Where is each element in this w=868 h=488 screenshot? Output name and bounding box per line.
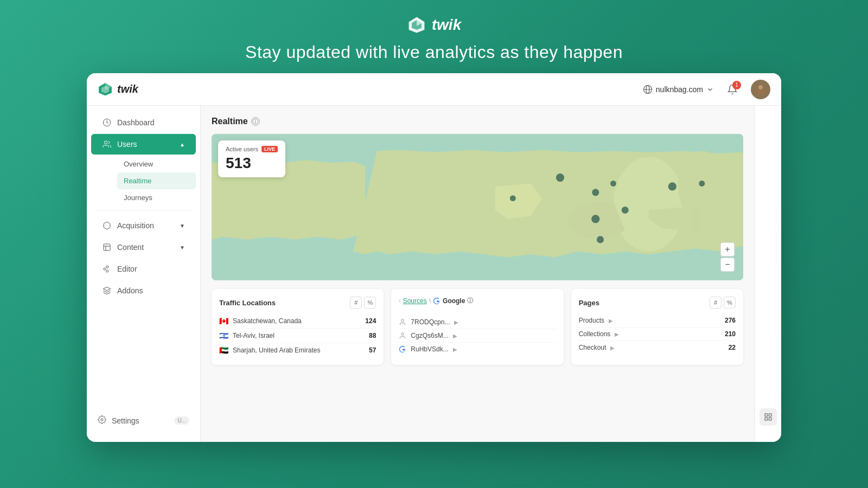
sidebar-item-dashboard[interactable]: Dashboard: [91, 112, 196, 133]
user-avatar-icon: [754, 83, 767, 96]
top-logo-icon: [407, 15, 426, 35]
traffic-locations-controls: # %: [350, 297, 376, 309]
settings-badge: U...: [174, 416, 189, 425]
source-arrow-3: ▶: [453, 346, 457, 352]
domain-selector[interactable]: nulknbag.com: [643, 85, 714, 94]
traffic-location-1: Saskatchewan, Canada: [233, 317, 302, 325]
source-separator: \: [429, 297, 431, 305]
globe-icon: [643, 85, 653, 94]
pages-percent-button[interactable]: %: [724, 297, 736, 309]
zoom-in-button[interactable]: +: [720, 242, 735, 256]
chevron-down-icon: [706, 86, 714, 93]
pages-controls: # %: [710, 297, 736, 309]
acquisition-label: Acquisition: [117, 221, 154, 230]
journeys-label: Journeys: [124, 194, 152, 202]
israel-flag: 🇮🇱: [219, 331, 228, 340]
sidebar-subitem-overview[interactable]: Overview: [117, 156, 196, 172]
sidebar-item-content[interactable]: Content ▼: [91, 237, 196, 258]
svg-point-35: [401, 319, 404, 322]
active-users-box: Active users LIVE 513: [218, 140, 285, 177]
section-title: Realtime ⓘ: [212, 117, 743, 126]
page-row-2-left: Collections ▶: [579, 330, 620, 338]
svg-point-33: [597, 236, 604, 243]
page-label-2: Collections: [579, 330, 611, 338]
source-row-3: RuHbVSdk... ▶: [399, 343, 556, 356]
active-users-text: Active users: [226, 146, 258, 152]
page-row-1: Products ▶ 276: [579, 314, 736, 328]
sidebar-item-settings[interactable]: Settings U...: [91, 410, 196, 431]
header-logo-icon: [98, 82, 113, 97]
acquisition-icon: [102, 221, 112, 230]
source-label-3: RuHbVSdk...: [411, 345, 448, 353]
right-panel: [754, 106, 781, 442]
source-info-icon: ⓘ: [467, 297, 473, 305]
source-row-2: CgzQs6sM... ▶: [399, 329, 556, 343]
pages-header: Pages # %: [579, 297, 736, 309]
svg-point-18: [101, 419, 103, 421]
sidebar-item-editor[interactable]: Editor: [91, 259, 196, 279]
traffic-row-3-left: 🇦🇪 Sharjah, United Arab Emirates: [219, 346, 320, 355]
sources-tab[interactable]: Sources: [403, 297, 427, 305]
user-source-icon-2: [399, 332, 406, 339]
dashboard-icon: [102, 118, 112, 127]
svg-point-31: [591, 215, 599, 223]
editor-label: Editor: [117, 265, 137, 273]
source-arrow-1: ▶: [454, 319, 458, 325]
app-window: twik nulknbag.com 1: [87, 73, 781, 442]
traffic-row-1-left: 🇨🇦 Saskatchewan, Canada: [219, 317, 302, 325]
sidebar-bottom: Settings U...: [87, 406, 200, 435]
avatar[interactable]: [751, 80, 770, 99]
source-arrow-2: ▶: [453, 333, 457, 339]
grid-view-button[interactable]: [760, 408, 777, 426]
traffic-row-1: 🇨🇦 Saskatchewan, Canada 124: [219, 314, 376, 329]
page-value-1: 276: [725, 317, 736, 324]
active-users-count: 513: [226, 155, 278, 172]
svg-rect-12: [104, 244, 110, 251]
source-label-2: CgzQs6sM...: [411, 332, 448, 339]
app-body: Dashboard Users ▲ Overview: [87, 106, 781, 442]
bottom-panels: Traffic Locations # % 🇨🇦 Saskatchewan, C…: [212, 289, 743, 365]
back-arrow-icon[interactable]: ‹: [399, 298, 400, 304]
settings-icon: [98, 415, 106, 426]
traffic-percent-button[interactable]: %: [364, 297, 376, 309]
overview-label: Overview: [124, 160, 153, 168]
svg-rect-39: [765, 418, 768, 420]
addons-label: Addons: [117, 286, 143, 295]
svg-point-24: [691, 207, 700, 231]
header-logo-text: twik: [117, 83, 138, 95]
app-header: twik nulknbag.com 1: [87, 73, 781, 106]
traffic-locations-header: Traffic Locations # %: [219, 297, 376, 309]
sidebar-subitem-realtime[interactable]: Realtime: [117, 172, 196, 189]
live-badge: LIVE: [261, 146, 278, 152]
top-logo-text: twik: [432, 16, 461, 34]
traffic-row-2: 🇮🇱 Tel-Aviv, Israel 88: [219, 329, 376, 343]
svg-point-27: [592, 189, 599, 196]
traffic-location-3: Sharjah, United Arab Emirates: [233, 346, 320, 354]
sidebar-item-addons[interactable]: Addons: [91, 280, 196, 301]
zoom-out-button[interactable]: −: [720, 258, 735, 272]
settings-label: Settings: [112, 416, 139, 425]
source-row-1: 7RODQcpn... ▶: [399, 316, 556, 329]
sidebar-divider-1: [95, 210, 192, 211]
sidebar-item-acquisition[interactable]: Acquisition ▼: [91, 215, 196, 236]
svg-point-25: [723, 204, 741, 228]
main-content: Realtime ⓘ: [201, 106, 754, 442]
notification-button[interactable]: 1: [723, 80, 742, 99]
sidebar-subitem-journeys[interactable]: Journeys: [117, 189, 196, 206]
sidebar: Dashboard Users ▲ Overview: [87, 106, 201, 442]
pages-hash-button[interactable]: #: [710, 297, 722, 309]
sidebar-users-label: Users: [117, 140, 137, 149]
page-row-3-left: Checkout ▶: [579, 344, 615, 351]
svg-point-22: [712, 172, 726, 201]
info-icon[interactable]: ⓘ: [251, 117, 260, 126]
canada-flag: 🇨🇦: [219, 317, 228, 325]
sidebar-item-users[interactable]: Users ▲: [91, 134, 196, 155]
google-tab-active: Google ⓘ: [433, 297, 473, 305]
svg-point-32: [622, 207, 629, 214]
sources-panel: ‹ Sources \ Google ⓘ: [391, 289, 563, 365]
traffic-hash-button[interactable]: #: [350, 297, 362, 309]
svg-point-34: [699, 181, 705, 187]
svg-point-9: [758, 85, 763, 89]
source-tabs: ‹ Sources \ Google ⓘ: [399, 297, 473, 305]
section-title-text: Realtime: [212, 117, 248, 126]
